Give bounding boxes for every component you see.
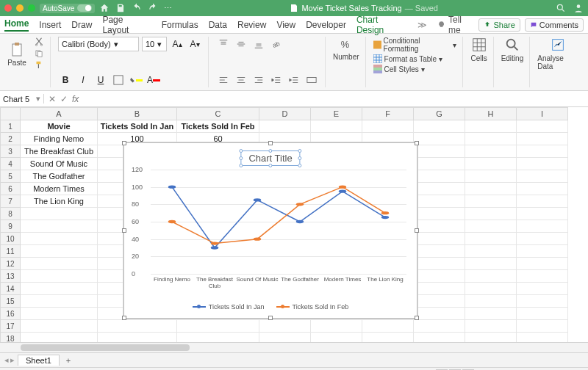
- col-header[interactable]: F: [362, 107, 414, 120]
- tab-chart-design[interactable]: Chart Design: [356, 15, 407, 35]
- row-header[interactable]: 13: [0, 270, 21, 283]
- cell[interactable]: [414, 295, 465, 308]
- format-as-table-button[interactable]: Format as Table ▾: [373, 54, 457, 63]
- cell[interactable]: [517, 233, 568, 245]
- sheet-nav-prev-icon[interactable]: ◂: [4, 355, 9, 365]
- cell[interactable]: [414, 333, 465, 342]
- cell[interactable]: [517, 295, 568, 308]
- cell[interactable]: [414, 245, 465, 258]
- align-middle-icon[interactable]: [234, 37, 248, 51]
- row-header[interactable]: 10: [0, 233, 21, 245]
- cell[interactable]: Finding Nemo: [21, 133, 98, 145]
- resize-handle[interactable]: [268, 316, 273, 320]
- cell[interactable]: [517, 283, 568, 295]
- tab-developer[interactable]: Developer: [306, 20, 346, 30]
- minimize-window-icon[interactable]: [16, 4, 24, 12]
- row-header[interactable]: 18: [0, 333, 21, 342]
- cell[interactable]: [465, 158, 517, 170]
- home-icon[interactable]: [99, 3, 110, 13]
- align-right-icon[interactable]: [251, 73, 266, 87]
- tell-me-search[interactable]: Tell me: [437, 15, 475, 35]
- col-header[interactable]: D: [259, 107, 311, 120]
- cell[interactable]: The Breakfast Club: [21, 145, 98, 158]
- cell[interactable]: [465, 308, 517, 320]
- cell[interactable]: [21, 283, 98, 295]
- name-box[interactable]: Chart 5▾: [0, 94, 44, 104]
- cell[interactable]: [465, 183, 517, 195]
- worksheet[interactable]: A B C D E F G H I 1MovieTickets Sold In …: [0, 107, 588, 342]
- row-header[interactable]: 15: [0, 295, 21, 308]
- cell[interactable]: [517, 183, 568, 195]
- cell[interactable]: [259, 333, 311, 342]
- cell[interactable]: [259, 120, 311, 133]
- cell[interactable]: [311, 320, 362, 333]
- cell[interactable]: [98, 320, 177, 333]
- chart-object[interactable]: Chart Title 020406080100120 Finding Nemo…: [123, 142, 417, 319]
- cell[interactable]: [21, 220, 98, 233]
- underline-button[interactable]: U: [93, 73, 108, 87]
- tab-insert[interactable]: Insert: [39, 20, 61, 30]
- cell[interactable]: [517, 320, 568, 333]
- autosave-toggle[interactable]: AutoSave: [40, 4, 95, 13]
- cell[interactable]: [21, 233, 98, 245]
- resize-handle[interactable]: [122, 316, 126, 320]
- cell[interactable]: [517, 258, 568, 270]
- cell[interactable]: [517, 333, 568, 342]
- bold-button[interactable]: B: [58, 73, 73, 87]
- cell[interactable]: [21, 245, 98, 258]
- font-size-select[interactable]: 10▾: [142, 37, 167, 51]
- sheet-nav-next-icon[interactable]: ▸: [10, 355, 15, 365]
- cell[interactable]: The Godfather: [21, 170, 98, 183]
- row-header[interactable]: 8: [0, 208, 21, 220]
- cell[interactable]: [465, 295, 517, 308]
- cell[interactable]: [414, 283, 465, 295]
- cell[interactable]: [21, 308, 98, 320]
- tab-data[interactable]: Data: [209, 20, 227, 30]
- cell[interactable]: Sound Of Music: [21, 158, 98, 170]
- resize-handle[interactable]: [122, 228, 126, 233]
- add-sheet-button[interactable]: +: [62, 356, 74, 365]
- col-header[interactable]: C: [177, 107, 259, 120]
- cell[interactable]: [517, 220, 568, 233]
- cell[interactable]: [465, 320, 517, 333]
- cell[interactable]: Movie: [21, 120, 98, 133]
- row-header[interactable]: 17: [0, 320, 21, 333]
- window-controls[interactable]: [4, 4, 35, 12]
- cell[interactable]: [414, 320, 465, 333]
- cell[interactable]: [465, 220, 517, 233]
- cell[interactable]: [362, 333, 414, 342]
- row-header[interactable]: 11: [0, 245, 21, 258]
- col-header[interactable]: G: [414, 107, 465, 120]
- cell[interactable]: [177, 333, 259, 342]
- cell[interactable]: [414, 158, 465, 170]
- cell[interactable]: [465, 208, 517, 220]
- undo-icon[interactable]: [132, 3, 142, 13]
- copy-icon[interactable]: [34, 48, 44, 59]
- cell[interactable]: [465, 258, 517, 270]
- font-name-select[interactable]: Calibri (Body)▾: [58, 37, 139, 51]
- sheet-tab[interactable]: Sheet1: [18, 355, 60, 366]
- tabs-overflow-icon[interactable]: ≫: [417, 20, 427, 30]
- cell[interactable]: [517, 133, 568, 145]
- cell[interactable]: [21, 320, 98, 333]
- cell[interactable]: [362, 320, 414, 333]
- indent-increase-icon[interactable]: [287, 73, 301, 87]
- tab-draw[interactable]: Draw: [71, 20, 92, 30]
- cell[interactable]: [465, 170, 517, 183]
- cell[interactable]: Modern Times: [21, 183, 98, 195]
- tab-review[interactable]: Review: [237, 20, 266, 30]
- resize-handle[interactable]: [268, 141, 273, 145]
- account-icon[interactable]: [573, 3, 584, 13]
- cell[interactable]: [517, 208, 568, 220]
- redo-icon[interactable]: [148, 3, 158, 13]
- cell[interactable]: [21, 295, 98, 308]
- cell[interactable]: [465, 120, 517, 133]
- increase-font-icon[interactable]: A▴: [170, 37, 184, 51]
- indent-decrease-icon[interactable]: [269, 73, 284, 87]
- font-color-button[interactable]: A: [146, 73, 161, 87]
- cell[interactable]: [517, 120, 568, 133]
- resize-handle[interactable]: [415, 141, 419, 145]
- cell[interactable]: [21, 208, 98, 220]
- col-header[interactable]: B: [98, 107, 177, 120]
- cell[interactable]: [414, 183, 465, 195]
